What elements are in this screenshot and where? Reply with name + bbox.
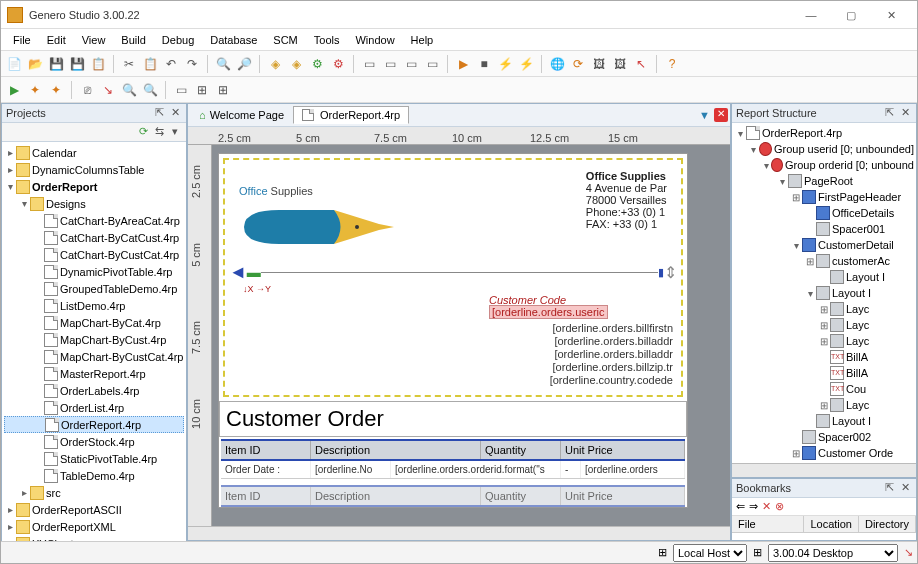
- findnext-icon[interactable]: 🔎: [235, 55, 253, 73]
- window2-icon[interactable]: ▭: [381, 55, 399, 73]
- struct-item[interactable]: TXTBillA: [734, 349, 914, 365]
- step-icon[interactable]: ↘: [99, 81, 117, 99]
- struct-item[interactable]: TXTCou: [734, 381, 914, 397]
- struct-item[interactable]: ▾CustomerDetail: [734, 237, 914, 253]
- run-icon[interactable]: ▶: [454, 55, 472, 73]
- pin-icon[interactable]: ⇱: [882, 106, 896, 120]
- grid2-icon[interactable]: ⊞: [214, 81, 232, 99]
- config2-icon[interactable]: ⚙: [329, 55, 347, 73]
- db-icon[interactable]: ◈: [266, 55, 284, 73]
- twisty-icon[interactable]: ⊞: [804, 256, 816, 267]
- struct-item[interactable]: ▾Layout I: [734, 285, 914, 301]
- table-row[interactable]: Order Date : [orderline.No [orderline.or…: [221, 461, 685, 479]
- report-page[interactable]: Office Supplies Office Supplies: [218, 153, 688, 508]
- tab-dropdown-icon[interactable]: ▼: [699, 109, 710, 121]
- globe-icon[interactable]: 🌐: [548, 55, 566, 73]
- pointer-icon[interactable]: ↖: [632, 55, 650, 73]
- redo-icon[interactable]: ↷: [183, 55, 201, 73]
- twisty-icon[interactable]: ▸: [4, 504, 16, 515]
- tab-orderreport[interactable]: OrderReport.4rp: [293, 106, 409, 124]
- tool2-icon[interactable]: 🖼: [611, 55, 629, 73]
- data-field[interactable]: [orderline.orders.billfirstn: [233, 322, 673, 335]
- twisty-icon[interactable]: ▾: [776, 176, 788, 187]
- action2-icon[interactable]: ⚡: [517, 55, 535, 73]
- struct-item[interactable]: Layout I: [734, 269, 914, 285]
- host-icon[interactable]: ⊞: [658, 546, 667, 559]
- twisty-icon[interactable]: ▾: [804, 288, 816, 299]
- data-field[interactable]: [orderline.orders.billaddr: [233, 348, 673, 361]
- open-icon[interactable]: 📂: [26, 55, 44, 73]
- close-panel-icon[interactable]: ✕: [898, 481, 912, 495]
- twisty-icon[interactable]: ▾: [762, 160, 771, 171]
- tree-item[interactable]: ▸Calendar: [4, 144, 184, 161]
- tree-item[interactable]: ▾OrderReport: [4, 178, 184, 195]
- struct-item[interactable]: Spacer002: [734, 429, 914, 445]
- arrow-left-icon[interactable]: ◄: [229, 262, 247, 283]
- twisty-icon[interactable]: ▾: [4, 181, 16, 192]
- tree-item[interactable]: MapChart-ByCat.4rp: [4, 314, 184, 331]
- play-icon[interactable]: ▶: [5, 81, 23, 99]
- zoomin-icon[interactable]: 🔍: [120, 81, 138, 99]
- struct-item[interactable]: ⊞Customer Orde: [734, 445, 914, 461]
- twisty-icon[interactable]: ⊞: [818, 320, 830, 331]
- save-icon[interactable]: 💾: [47, 55, 65, 73]
- struct-item[interactable]: TXTBillA: [734, 365, 914, 381]
- close-panel-icon[interactable]: ✕: [168, 106, 182, 120]
- maximize-button[interactable]: ▢: [831, 3, 871, 27]
- link-icon[interactable]: ⇆: [152, 125, 166, 139]
- struct-item[interactable]: ▾Group orderid [0; unbound: [734, 157, 914, 173]
- twisty-icon[interactable]: ⊞: [818, 304, 830, 315]
- struct-item[interactable]: ⊞Layc: [734, 333, 914, 349]
- layout-icon[interactable]: ▭: [172, 81, 190, 99]
- break-icon[interactable]: ⎚: [78, 81, 96, 99]
- tree-item[interactable]: MapChart-ByCustCat.4rp: [4, 348, 184, 365]
- struct-item[interactable]: ⊞FirstPageHeader: [734, 189, 914, 205]
- copy-icon[interactable]: 📋: [89, 55, 107, 73]
- star2-icon[interactable]: ✦: [47, 81, 65, 99]
- struct-item[interactable]: Layout I: [734, 413, 914, 429]
- section-title[interactable]: Customer Order: [219, 401, 687, 437]
- delete-bookmark-icon[interactable]: ✕: [762, 500, 771, 513]
- new-icon[interactable]: 📄: [5, 55, 23, 73]
- data-field[interactable]: [orderline.orders.billzip.tr: [233, 361, 673, 374]
- menu-build[interactable]: Build: [113, 32, 153, 48]
- struct-item[interactable]: OfficeDetails: [734, 205, 914, 221]
- grid-icon[interactable]: ⊞: [193, 81, 211, 99]
- pin-icon[interactable]: ⇱: [152, 106, 166, 120]
- twisty-icon[interactable]: ⊞: [818, 400, 830, 411]
- menu-help[interactable]: Help: [403, 32, 442, 48]
- customer-code-field[interactable]: [orderline.orders.useric: [489, 305, 608, 319]
- menu-tools[interactable]: Tools: [306, 32, 348, 48]
- struct-item[interactable]: ▾Group userid [0; unbounded]: [734, 141, 914, 157]
- close-button[interactable]: ✕: [871, 3, 911, 27]
- tree-item[interactable]: GroupedTableDemo.4rp: [4, 280, 184, 297]
- arrow-updown-icon[interactable]: ⇕: [664, 263, 677, 282]
- tree-item[interactable]: DynamicPivotTable.4rp: [4, 263, 184, 280]
- tree-item[interactable]: OrderList.4rp: [4, 399, 184, 416]
- structure-tree[interactable]: ▾OrderReport.4rp▾Group userid [0; unboun…: [732, 123, 916, 463]
- design-canvas[interactable]: Office Supplies Office Supplies: [212, 145, 730, 526]
- tree-item[interactable]: OrderStock.4rp: [4, 433, 184, 450]
- close-panel-icon[interactable]: ✕: [898, 106, 912, 120]
- help-icon[interactable]: ?: [663, 55, 681, 73]
- struct-scrollbar[interactable]: [732, 463, 916, 477]
- data-field[interactable]: [orderline.orders.billaddr: [233, 335, 673, 348]
- menu-window[interactable]: Window: [347, 32, 402, 48]
- status-arrow-icon[interactable]: ↘: [904, 546, 913, 559]
- action-icon[interactable]: ⚡: [496, 55, 514, 73]
- twisty-icon[interactable]: ⊞: [818, 336, 830, 347]
- refresh-icon[interactable]: ⟳: [569, 55, 587, 73]
- menu-database[interactable]: Database: [202, 32, 265, 48]
- saveall-icon[interactable]: 💾: [68, 55, 86, 73]
- struct-item[interactable]: ⊞Layc: [734, 301, 914, 317]
- tree-item[interactable]: MapChart-ByCust.4rp: [4, 331, 184, 348]
- minimize-button[interactable]: —: [791, 3, 831, 27]
- twisty-icon[interactable]: ▸: [4, 164, 16, 175]
- tree-item[interactable]: CatChart-ByAreaCat.4rp: [4, 212, 184, 229]
- struct-item[interactable]: ▾OrderReport.4rp: [734, 125, 914, 141]
- twisty-icon[interactable]: ▸: [4, 521, 16, 532]
- horizontal-scrollbar[interactable]: [188, 526, 730, 540]
- menu-edit[interactable]: Edit: [39, 32, 74, 48]
- db2-icon[interactable]: ◈: [287, 55, 305, 73]
- tree-item[interactable]: CatChart-ByCustCat.4rp: [4, 246, 184, 263]
